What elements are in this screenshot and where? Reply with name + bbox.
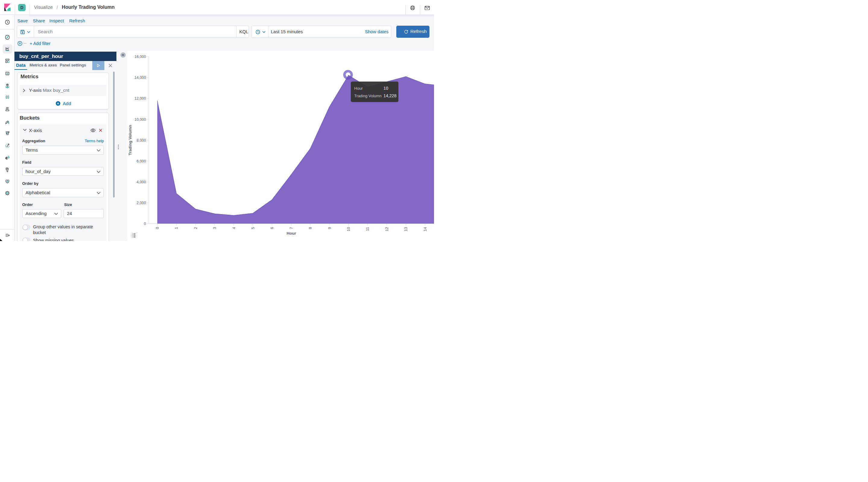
- svg-text:8,000: 8,000: [136, 138, 146, 143]
- svg-text:Hour: Hour: [286, 231, 296, 235]
- svg-text:0: 0: [155, 227, 159, 229]
- svg-text:14: 14: [423, 227, 427, 231]
- svg-text:Trading Volumn: Trading Volumn: [128, 125, 132, 155]
- svg-text:16,000: 16,000: [134, 55, 146, 59]
- svg-text:6: 6: [270, 227, 274, 229]
- svg-text:12: 12: [384, 227, 389, 231]
- svg-text:8: 8: [308, 227, 312, 229]
- svg-text:2: 2: [193, 227, 197, 229]
- svg-text:4: 4: [231, 227, 236, 229]
- svg-text:3: 3: [212, 227, 217, 229]
- svg-text:2,000: 2,000: [136, 201, 146, 205]
- svg-text:9: 9: [327, 227, 332, 229]
- svg-text:13: 13: [404, 227, 408, 231]
- svg-text:12,000: 12,000: [134, 96, 146, 101]
- svg-text:6,000: 6,000: [136, 159, 146, 163]
- svg-text:10,000: 10,000: [134, 117, 146, 122]
- svg-text:0: 0: [144, 222, 146, 226]
- svg-text:10: 10: [346, 227, 351, 231]
- svg-text:1: 1: [174, 227, 179, 229]
- svg-text:4,000: 4,000: [136, 180, 146, 184]
- svg-text:7: 7: [289, 227, 293, 229]
- svg-text:14,000: 14,000: [134, 76, 146, 80]
- svg-text:5: 5: [251, 227, 255, 229]
- svg-text:11: 11: [365, 227, 370, 231]
